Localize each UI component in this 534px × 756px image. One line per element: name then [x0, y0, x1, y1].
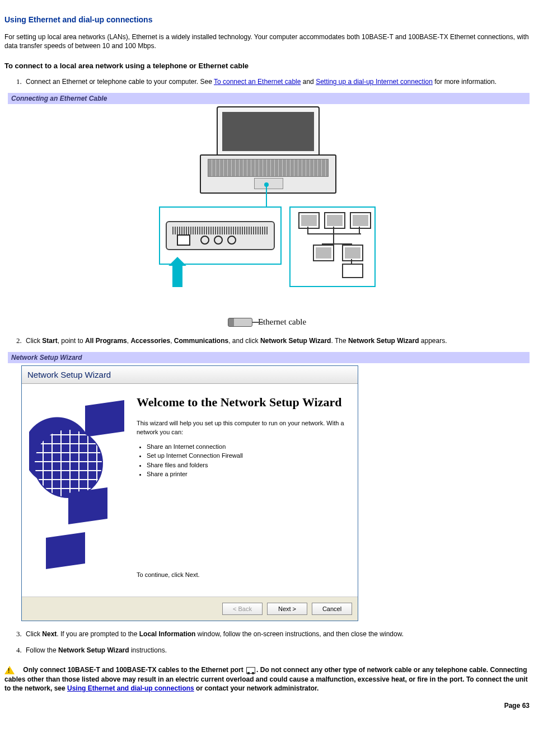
- step-2: Click Start, point to All Programs, Acce…: [24, 336, 530, 346]
- wizard-window: Network Setup Wizard Welcome to the Netw…: [21, 365, 358, 621]
- step-3: Click Next. If you are prompted to the L…: [24, 629, 530, 639]
- kw-start: Start: [42, 337, 57, 345]
- laptop-illustration: [183, 106, 351, 199]
- port-closeup-panel: [159, 206, 282, 265]
- link-connect-ethernet[interactable]: To connect an Ethernet cable: [214, 78, 301, 86]
- wizard-continue: To continue, click Next.: [137, 571, 348, 585]
- wizard-bullets: Share an Internet connection Set up Inte…: [137, 442, 348, 480]
- step1-mid: and: [301, 78, 316, 86]
- figure1-caption: Connecting an Ethernet Cable: [4, 93, 530, 105]
- sub-heading: To connect to a local area network using…: [4, 61, 530, 71]
- cancel-button[interactable]: Cancel: [312, 603, 352, 615]
- figure2-caption: Network Setup Wizard: [4, 352, 530, 364]
- wizard-art-icon: [29, 395, 124, 585]
- back-button: < Back: [222, 603, 263, 615]
- step-1: Connect an Ethernet or telephone cable t…: [24, 77, 530, 87]
- kw-all-programs: All Programs: [85, 337, 127, 345]
- wizard-desc: This wizard will help you set up this co…: [137, 419, 348, 436]
- arrow-up-icon: [172, 265, 182, 287]
- kw-next: Next: [42, 630, 57, 638]
- figure1: Ethernet cable: [4, 106, 530, 328]
- wizard-bullet: Share an Internet connection: [147, 443, 348, 451]
- steps-list-cont: Click Start, point to All Programs, Acce…: [4, 336, 530, 346]
- wizard-bullet: Share a printer: [147, 470, 348, 478]
- link-dialup-setup[interactable]: Setting up a dial-up Internet connection: [316, 78, 433, 86]
- wizard-heading: Welcome to the Network Setup Wizard: [137, 394, 348, 411]
- ethernet-port-icon: [246, 667, 255, 674]
- ethernet-cable-label: Ethernet cable: [258, 316, 306, 328]
- kw-communications: Communications: [174, 337, 228, 345]
- kw-nsw: Network Setup Wizard: [260, 337, 331, 345]
- kw-local-info: Local Information: [139, 630, 196, 638]
- warning-note: Only connect 10BASE-T and 100BASE-TX cab…: [4, 665, 530, 693]
- step-4: Follow the Network Setup Wizard instruct…: [24, 645, 530, 655]
- link-using-ethernet[interactable]: Using Ethernet and dial-up connections: [67, 684, 194, 692]
- wizard-bullet: Set up Internet Connection Firewall: [147, 452, 348, 460]
- wizard-sidebar: [22, 384, 131, 597]
- wizard-titlebar: Network Setup Wizard: [22, 366, 358, 384]
- step1-text: Connect an Ethernet or telephone cable t…: [26, 78, 214, 86]
- warning-icon: [4, 666, 15, 674]
- cable-icon: [228, 318, 252, 327]
- section-title: Using Ethernet and dial-up connections: [4, 15, 530, 26]
- kw-nsw3: Network Setup Wizard: [58, 646, 129, 654]
- next-button[interactable]: Next >: [267, 603, 307, 615]
- wizard-footer: < Back Next > Cancel: [22, 597, 358, 621]
- kw-accessories: Accessories: [130, 337, 170, 345]
- network-diagram-panel: [289, 206, 376, 287]
- step1-post: for more information.: [433, 78, 496, 86]
- wizard-bullet: Share files and folders: [147, 461, 348, 469]
- ethernet-jack-icon: [177, 234, 190, 246]
- intro-paragraph: For setting up local area networks (LANs…: [4, 32, 530, 51]
- page-number: Page 63: [4, 701, 530, 711]
- steps-list: Connect an Ethernet or telephone cable t…: [4, 77, 530, 87]
- steps-list-cont2: Click Next. If you are prompted to the L…: [4, 629, 530, 655]
- kw-nsw2: Network Setup Wizard: [348, 337, 419, 345]
